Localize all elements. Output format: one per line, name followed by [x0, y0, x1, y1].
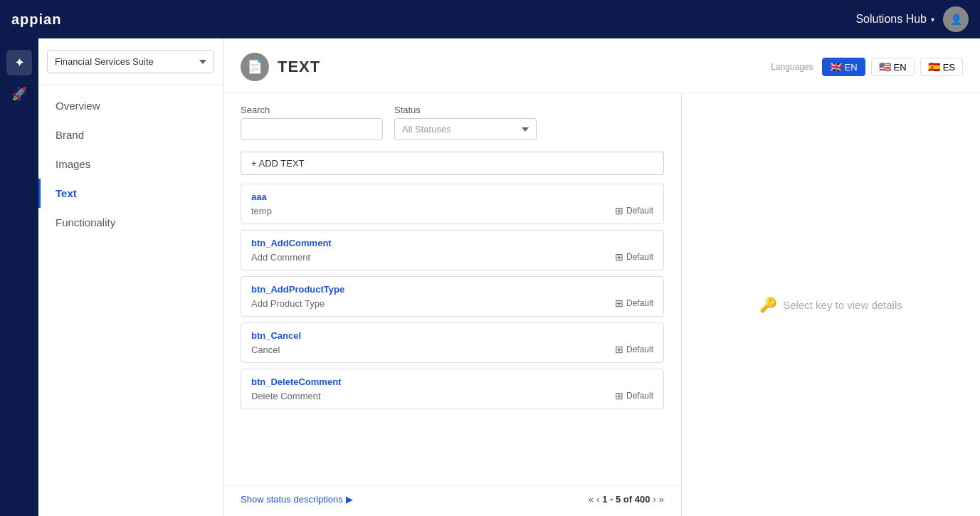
status-group: Status All Statuses	[394, 105, 537, 140]
left-content: Search Status All Statuses + ADD TEXT	[223, 93, 681, 516]
status-text: Default	[626, 252, 653, 262]
status-icon: ⊞	[615, 251, 623, 263]
item-value: Add Product Type	[251, 298, 325, 309]
add-text-button[interactable]: + ADD TEXT	[241, 152, 664, 175]
show-status-button[interactable]: Show status descriptions ▶	[241, 494, 353, 505]
sidebar-nav: Financial Services Suite Overview Brand …	[38, 38, 223, 516]
items-list: aaa temp ⊞ Default btn_AddComment	[223, 184, 681, 479]
content-area: 📄 TEXT Languages 🇬🇧 EN 🇺🇸 EN 🇪🇸	[223, 38, 980, 516]
item-status: ⊞ Default	[615, 251, 653, 263]
layout: ✦ 🚀 Financial Services Suite Overview Br…	[0, 38, 980, 516]
sidebar-item-text[interactable]: Text	[38, 179, 223, 208]
lang-button-es[interactable]: 🇪🇸 ES	[920, 58, 963, 76]
select-key-text: Select key to view details	[783, 299, 902, 311]
filters: Search Status All Statuses	[223, 93, 681, 152]
topnav: appian Solutions Hub ▾ 👤	[0, 0, 980, 38]
item-value: Delete Comment	[251, 391, 321, 401]
rocket-icon: 🚀	[11, 86, 27, 102]
last-page-button[interactable]: »	[659, 494, 664, 505]
status-text: Default	[626, 206, 653, 216]
item-status: ⊞ Default	[615, 390, 653, 401]
status-icon: ⊞	[615, 390, 623, 401]
item-key: btn_Cancel	[251, 330, 653, 341]
topnav-right: Solutions Hub ▾ 👤	[855, 6, 969, 32]
item-key: btn_DeleteComment	[251, 377, 653, 387]
page-title: TEXT	[278, 58, 320, 76]
lang-button-en-uk[interactable]: 🇬🇧 EN	[822, 58, 865, 76]
status-text: Default	[626, 344, 653, 354]
search-input[interactable]	[241, 118, 383, 140]
sidebar-item-overview[interactable]: Overview	[38, 91, 223, 120]
item-bottom: Add Product Type ⊞ Default	[251, 298, 653, 309]
item-bottom: Delete Comment ⊞ Default	[251, 390, 653, 401]
text-item[interactable]: btn_DeleteComment Delete Comment ⊞ Defau…	[241, 369, 664, 409]
text-item[interactable]: btn_AddProductType Add Product Type ⊞ De…	[241, 276, 664, 317]
languages-label: Languages	[771, 62, 813, 72]
next-page-button[interactable]: ›	[653, 494, 655, 505]
content-icon: 📄	[241, 53, 269, 81]
suite-select[interactable]: Financial Services Suite	[47, 50, 214, 73]
status-label: Status	[394, 105, 537, 115]
lang-label-en-us: EN	[894, 62, 907, 73]
appian-logo: appian	[11, 11, 61, 28]
show-status-arrow: ▶	[346, 494, 353, 505]
page-nav: « ‹ 1 - 5 of 400 › »	[589, 494, 664, 505]
text-item[interactable]: btn_AddComment Add Comment ⊞ Default	[241, 230, 664, 270]
sidebar-item-images[interactable]: Images	[38, 149, 223, 179]
text-item[interactable]: btn_Cancel Cancel ⊞ Default	[241, 322, 664, 363]
show-status-label: Show status descriptions	[241, 494, 343, 505]
status-text: Default	[626, 298, 653, 308]
item-status: ⊞ Default	[615, 344, 653, 355]
avatar[interactable]: 👤	[943, 6, 969, 32]
page-range: 1 - 5 of 400	[602, 494, 650, 505]
right-panel: 🔑 Select key to view details	[681, 93, 980, 516]
search-group: Search	[241, 105, 383, 140]
status-select[interactable]: All Statuses	[394, 118, 537, 140]
lang-label-en-uk: EN	[845, 62, 858, 73]
item-value: temp	[251, 206, 272, 216]
pagination: Show status descriptions ▶ « ‹ 1 - 5 of …	[223, 485, 681, 516]
item-key: aaa	[251, 191, 653, 202]
solutions-hub-button[interactable]: Solutions Hub ▾	[855, 13, 934, 26]
item-key: btn_AddProductType	[251, 284, 653, 295]
solutions-hub-chevron: ▾	[931, 16, 934, 23]
flag-uk: 🇬🇧	[830, 61, 842, 73]
item-value: Cancel	[251, 344, 280, 355]
flag-es: 🇪🇸	[928, 61, 940, 73]
item-bottom: Add Comment ⊞ Default	[251, 251, 653, 263]
select-key-message: 🔑 Select key to view details	[759, 296, 902, 313]
main-content: 📄 TEXT Languages 🇬🇧 EN 🇺🇸 EN 🇪🇸	[223, 38, 980, 516]
key-icon: 🔑	[759, 296, 777, 313]
status-icon: ⊞	[615, 344, 623, 355]
item-bottom: temp ⊞ Default	[251, 205, 653, 216]
sidebar-icon-tools[interactable]: ✦	[6, 50, 32, 75]
content-body: Search Status All Statuses + ADD TEXT	[223, 93, 980, 516]
sidebar-item-functionality[interactable]: Functionality	[38, 208, 223, 237]
prev-page-button[interactable]: ‹	[596, 494, 599, 505]
tools-icon: ✦	[14, 55, 25, 70]
item-bottom: Cancel ⊞ Default	[251, 344, 653, 355]
status-text: Default	[626, 391, 653, 401]
sidebar-icon-rocket[interactable]: 🚀	[6, 81, 32, 107]
search-label: Search	[241, 105, 383, 115]
item-status: ⊞ Default	[615, 298, 653, 309]
item-key: btn_AddComment	[251, 238, 653, 248]
lang-button-en-us[interactable]: 🇺🇸 EN	[871, 58, 915, 76]
sidebar-item-brand[interactable]: Brand	[38, 120, 223, 149]
item-value: Add Comment	[251, 252, 310, 263]
text-item[interactable]: aaa temp ⊞ Default	[241, 184, 664, 224]
add-text-label: + ADD TEXT	[251, 158, 305, 169]
lang-label-es: ES	[943, 62, 955, 73]
item-status: ⊞ Default	[615, 205, 653, 216]
first-page-button[interactable]: «	[589, 494, 594, 505]
nav-items: Overview Brand Images Text Functionality	[38, 85, 223, 243]
solutions-hub-label: Solutions Hub	[855, 13, 927, 26]
status-icon: ⊞	[615, 298, 623, 309]
document-icon: 📄	[247, 59, 263, 75]
suite-selector: Financial Services Suite	[38, 38, 223, 85]
status-icon: ⊞	[615, 205, 623, 216]
flag-us: 🇺🇸	[879, 61, 891, 73]
avatar-image: 👤	[950, 14, 962, 25]
sidebar-icons: ✦ 🚀	[0, 38, 38, 516]
content-header: 📄 TEXT Languages 🇬🇧 EN 🇺🇸 EN 🇪🇸	[223, 38, 980, 93]
